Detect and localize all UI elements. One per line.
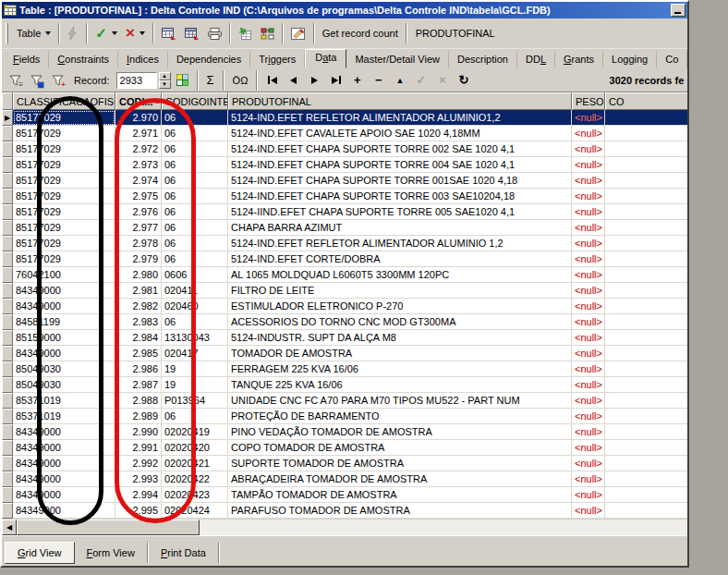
- cell-produtofinal[interactable]: 5124-IND.EFET CHAPA SUPORTE TORRE 001SAE…: [228, 173, 572, 189]
- commit-button[interactable]: ✓: [91, 22, 121, 44]
- last-record-button[interactable]: [326, 71, 346, 90]
- filter-add-button[interactable]: +: [48, 69, 67, 92]
- cell-produtofinal[interactable]: 5124-IND.EFET CHAPA SUPORTE TORRE 003 SA…: [228, 189, 572, 204]
- cell-co[interactable]: [605, 204, 687, 220]
- table-row[interactable]: 851770292.972065124-IND.EFET CHAPA SUPOR…: [2, 141, 687, 157]
- cell-peso-null[interactable]: <null>: [572, 283, 605, 299]
- row-selector[interactable]: [2, 126, 13, 141]
- show-grid-button[interactable]: [173, 69, 192, 92]
- row-selector[interactable]: [2, 409, 13, 424]
- cell-co[interactable]: [605, 189, 687, 204]
- table-menu-button[interactable]: Table: [13, 22, 55, 44]
- cell-co[interactable]: [605, 173, 687, 189]
- view-tab-print-data[interactable]: Print Data: [149, 543, 219, 563]
- cell-peso-null[interactable]: <null>: [572, 409, 605, 424]
- cell-produtofinal[interactable]: PARAFUSO TOMADOR DE AMOSTRA: [228, 503, 572, 519]
- tab-constraints[interactable]: Constraints: [49, 51, 118, 68]
- cell-co[interactable]: [605, 346, 687, 361]
- cell-produtofinal[interactable]: 5124-IND.EFET REFLETOR ALIMENTADOR ALUMI…: [228, 236, 572, 251]
- next-record-button[interactable]: [305, 71, 324, 90]
- cell-produtofinal[interactable]: ESTIMULADOR ELETRONICO P-270: [228, 299, 572, 314]
- row-selector[interactable]: [2, 424, 13, 440]
- tab-triggers[interactable]: Triggers: [250, 51, 305, 68]
- window-titlebar[interactable]: Table : [PRODUTOFINAL] : Delta Controle …: [2, 2, 687, 18]
- cell-produtofinal[interactable]: 5124-IND.EFET CORTE/DOBRA: [228, 251, 572, 267]
- cell-peso-null[interactable]: <null>: [572, 471, 605, 487]
- cell-co[interactable]: [605, 393, 687, 409]
- cell-co[interactable]: [605, 220, 687, 236]
- aggregate-button[interactable]: Σ: [203, 69, 218, 92]
- cell-co[interactable]: [605, 471, 687, 487]
- table-row[interactable]: 851770292.971065124-IND.EFET CAVALETE AP…: [2, 126, 687, 141]
- table-row[interactable]: 851770292.975065124-IND.EFET CHAPA SUPOR…: [2, 189, 687, 204]
- table-row[interactable]: 851770292.974065124-IND.EFET CHAPA SUPOR…: [2, 173, 687, 189]
- cell-produtofinal[interactable]: 5124-INDUSTR. SUPT DA ALÇA M8: [228, 330, 572, 346]
- cell-co[interactable]: [605, 487, 687, 503]
- toolbar-grip[interactable]: [6, 23, 8, 43]
- tab-master-detail-view[interactable]: Master/Detail View: [346, 51, 449, 68]
- cell-peso-null[interactable]: <null>: [572, 456, 605, 471]
- tab-grants[interactable]: Grants: [555, 51, 603, 68]
- table-row[interactable]: 843490002.985020417TOMADOR DE AMOSTRA<nu…: [2, 346, 687, 361]
- tab-ddl[interactable]: DDL: [517, 51, 555, 68]
- column-header-co[interactable]: CO: [605, 92, 687, 110]
- cell-produtofinal[interactable]: ACESSORIOS DO TORNO CNC MOD GT300MA: [228, 314, 572, 330]
- filter-dialog-button[interactable]: ▦: [27, 69, 46, 92]
- cell-produtofinal[interactable]: ABRAÇADEIRA TOMADOR DE AMOSTRA: [228, 471, 572, 487]
- cell-peso-null[interactable]: <null>: [572, 487, 605, 503]
- row-selector[interactable]: [2, 471, 13, 487]
- table-row[interactable]: 850490302.98619FERRAGEM 225 KVA 16/06<nu…: [2, 361, 687, 377]
- table-row[interactable]: 843490002.982020460ESTIMULADOR ELETRONIC…: [2, 299, 687, 314]
- table-row[interactable]: 843490002.99402020423TAMPÃO TOMADOR DE A…: [2, 487, 687, 503]
- cell-peso-null[interactable]: <null>: [572, 393, 605, 409]
- table-row[interactable]: 845811992.98306ACESSORIOS DO TORNO CNC M…: [2, 314, 687, 330]
- cell-produtofinal[interactable]: TOMADOR DE AMOSTRA: [228, 346, 572, 361]
- table-row[interactable]: 843490002.99102020420COPO TOMADOR DE AMO…: [2, 440, 687, 456]
- row-selector[interactable]: [2, 299, 13, 314]
- view-tab-grid-view[interactable]: Grid View: [5, 542, 75, 564]
- table-row[interactable]: 851770292.976065124-IIND.EFET CHAPA SUPO…: [2, 204, 687, 220]
- row-selector[interactable]: [2, 314, 13, 330]
- row-selector[interactable]: [2, 157, 13, 173]
- current-row-marker[interactable]: ▶: [2, 110, 13, 126]
- cell-co[interactable]: [605, 251, 687, 267]
- table-row[interactable]: 853710192.988P013964UNIDADE CNC FC A70 P…: [2, 393, 687, 409]
- cell-peso-null[interactable]: <null>: [572, 440, 605, 456]
- spin-up-button[interactable]: ▲: [159, 72, 171, 80]
- tab-co[interactable]: Co: [657, 51, 687, 68]
- tab-indices[interactable]: Indices: [118, 51, 168, 68]
- cell-peso-null[interactable]: <null>: [572, 267, 605, 283]
- cell-co[interactable]: [605, 141, 687, 157]
- cell-peso-null[interactable]: <null>: [572, 126, 605, 141]
- refresh-button[interactable]: ↻: [454, 71, 473, 90]
- cell-co[interactable]: [605, 267, 687, 283]
- table-row[interactable]: 851770292.978065124-IND.EFET REFLETOR AL…: [2, 236, 687, 251]
- tab-data[interactable]: Data: [305, 49, 346, 68]
- cell-produtofinal[interactable]: AL 1065 MOLDQUAD L6060T5 3300MM 120PC: [228, 267, 572, 283]
- row-selector[interactable]: [2, 173, 13, 189]
- cell-co[interactable]: [605, 157, 687, 173]
- row-selector[interactable]: [2, 236, 13, 251]
- cell-peso-null[interactable]: <null>: [572, 503, 605, 519]
- cell-co[interactable]: [605, 424, 687, 440]
- cell-produtofinal[interactable]: SUPORTE TOMADOR DE AMOSTRA: [228, 456, 572, 471]
- rollback-button[interactable]: ×: [122, 22, 149, 44]
- row-selector[interactable]: [2, 487, 13, 503]
- cell-peso-null[interactable]: <null>: [572, 251, 605, 267]
- tab-logging[interactable]: Logging: [603, 51, 657, 68]
- table-row[interactable]: 851770292.97706CHAPA BARRA AZIMUT<null>: [2, 220, 687, 236]
- cell-peso-null[interactable]: <null>: [572, 314, 605, 330]
- cell-peso-null[interactable]: <null>: [572, 299, 605, 314]
- cell-produtofinal[interactable]: 5124-IND.EFET CHAPA SUPORTE TORRE 004 SA…: [228, 157, 572, 173]
- tab-fields[interactable]: Fields: [5, 51, 49, 68]
- table-row[interactable]: 851590002.984131300435124-INDUSTR. SUPT …: [2, 330, 687, 346]
- edit-view-button[interactable]: [287, 22, 309, 44]
- table-row[interactable]: 851770292.973065124-IND.EFET CHAPA SUPOR…: [2, 157, 687, 173]
- spin-down-button[interactable]: ▼: [159, 80, 171, 89]
- export-data-button[interactable]: [158, 22, 180, 44]
- table-row[interactable]: 760421002.9800606AL 1065 MOLDQUAD L6060T…: [2, 267, 687, 283]
- row-selector[interactable]: [2, 204, 13, 220]
- blocks-button[interactable]: [257, 22, 278, 44]
- cell-peso-null[interactable]: <null>: [572, 173, 605, 189]
- view-tab-form-view[interactable]: Form View: [75, 543, 148, 563]
